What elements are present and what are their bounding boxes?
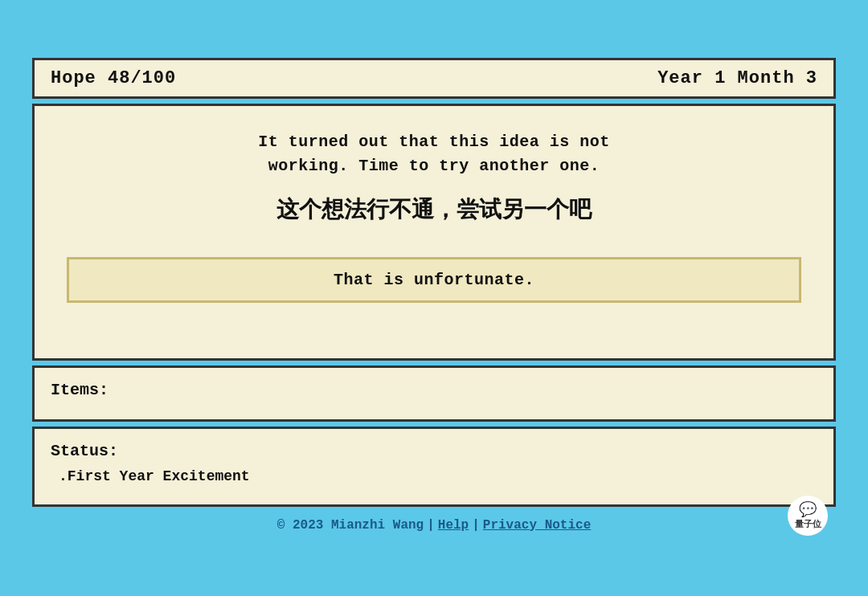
hope-display: Hope 48/100 — [51, 68, 176, 88]
year-display: Year 1 Month 3 — [657, 68, 817, 88]
status-label: Status: — [51, 442, 817, 460]
wechat-icon: 💬 — [799, 500, 817, 518]
footer-privacy-link[interactable]: Privacy Notice — [483, 518, 591, 533]
wechat-badge: 💬 量子位 — [788, 496, 828, 536]
wechat-label: 量子位 — [795, 518, 821, 530]
status-panel: Status: .First Year Excitement — [32, 427, 836, 507]
status-effect-1: .First Year Excitement — [51, 468, 817, 484]
items-label: Items: — [51, 381, 817, 399]
main-text-chinese: 这个想法行不通，尝试另一个吧 — [67, 194, 801, 225]
main-panel: It turned out that this idea is not work… — [32, 104, 836, 361]
game-container: Hope 48/100 Year 1 Month 3 It turned out… — [32, 58, 836, 539]
items-panel: Items: — [32, 365, 836, 422]
header-bar: Hope 48/100 Year 1 Month 3 — [32, 58, 836, 99]
main-text-english: It turned out that this idea is not work… — [67, 130, 801, 178]
response-text: That is unfortunate. — [334, 271, 534, 289]
footer-separator-2: | — [472, 518, 480, 533]
footer-bar: © 2023 Mianzhi Wang | Help | Privacy Not… — [32, 512, 836, 539]
footer-separator-1: | — [427, 518, 435, 533]
footer-copyright: © 2023 Mianzhi Wang — [277, 518, 424, 533]
response-box[interactable]: That is unfortunate. — [67, 257, 801, 303]
footer-help-link[interactable]: Help — [438, 518, 469, 533]
